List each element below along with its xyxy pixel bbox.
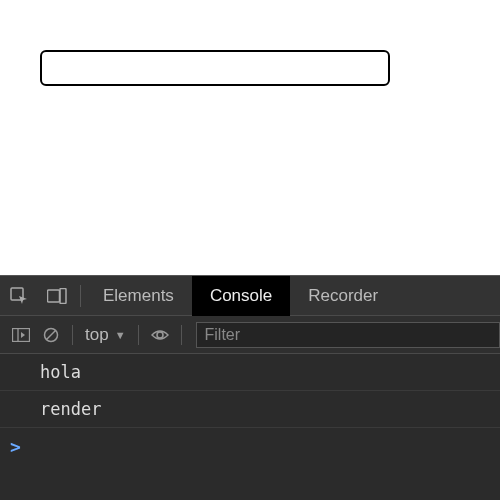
tab-elements[interactable]: Elements [85, 276, 192, 316]
text-input[interactable] [40, 50, 390, 86]
svg-line-6 [47, 330, 56, 339]
svg-rect-1 [48, 290, 60, 302]
context-selector[interactable]: top ▼ [79, 325, 132, 345]
page-content [0, 0, 500, 275]
svg-point-7 [157, 332, 163, 338]
console-output: hola render > [0, 354, 500, 465]
filter-input[interactable] [196, 322, 500, 348]
devtools-panel: Elements Console Recorder top ▼ [0, 275, 500, 500]
console-log-row[interactable]: render [0, 391, 500, 428]
console-log-row[interactable]: hola [0, 354, 500, 391]
divider [181, 325, 182, 345]
chevron-down-icon: ▼ [115, 329, 126, 341]
tab-console[interactable]: Console [192, 276, 290, 316]
clear-console-icon[interactable] [36, 316, 66, 354]
svg-rect-2 [60, 288, 66, 303]
divider [80, 285, 81, 307]
devtools-tabbar: Elements Console Recorder [0, 276, 500, 316]
console-prompt[interactable]: > [0, 428, 500, 465]
live-expression-icon[interactable] [145, 316, 175, 354]
console-toolbar: top ▼ [0, 316, 500, 354]
device-toolbar-icon[interactable] [38, 276, 76, 316]
divider [138, 325, 139, 345]
divider [72, 325, 73, 345]
inspect-element-icon[interactable] [0, 276, 38, 316]
toggle-sidebar-icon[interactable] [6, 316, 36, 354]
tab-recorder[interactable]: Recorder [290, 276, 396, 316]
context-label: top [85, 325, 109, 345]
